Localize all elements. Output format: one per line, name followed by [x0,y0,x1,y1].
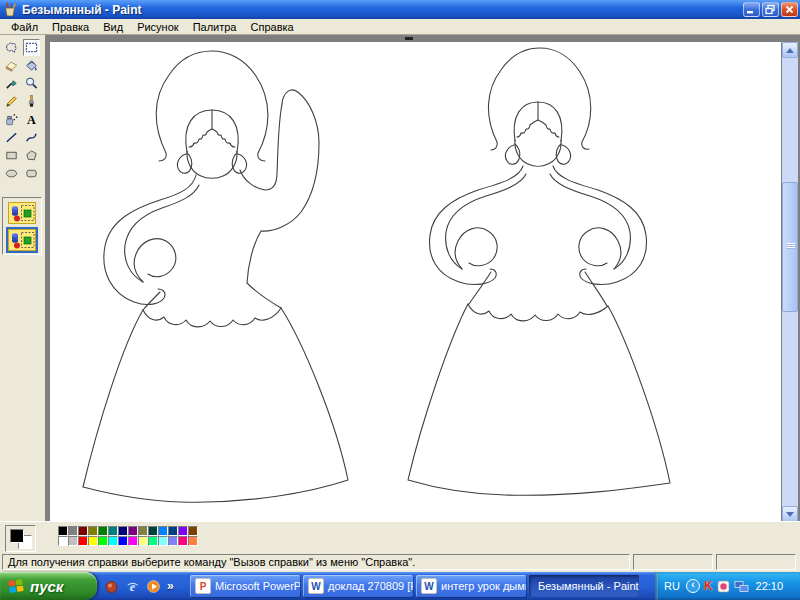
stray-pixel-mark [405,37,413,40]
fill-bucket-icon [24,58,39,73]
menu-view[interactable]: Вид [96,20,130,34]
clock[interactable]: 22:10 [756,580,784,592]
quick-launch-more-chevron[interactable]: » [167,579,174,593]
menu-file[interactable]: Файл [4,20,45,34]
color-swatch[interactable] [88,536,98,546]
color-swatch[interactable] [88,526,98,536]
media-player-icon[interactable] [146,579,161,594]
tool-airbrush[interactable] [3,111,20,128]
color-swatch[interactable] [168,526,178,536]
ellipse-icon [4,166,19,181]
internet-explorer-icon[interactable]: e [125,579,140,594]
scroll-up-button[interactable] [782,42,798,58]
tool-color-picker[interactable] [3,75,20,92]
transparent-selection-icon [8,229,36,251]
workspace: A [0,34,800,521]
color-swatch[interactable] [108,536,118,546]
color-swatch[interactable] [98,536,108,546]
tool-brush[interactable] [23,93,40,110]
tool-text[interactable]: A [23,111,40,128]
hide-icons-chevron[interactable]: ‹ [686,579,700,593]
scrollbar-thumb[interactable] [782,182,798,312]
taskbar-task-powerpoint[interactable]: P Microsoft PowerPoint ... [190,575,300,597]
tool-eraser[interactable] [3,57,20,74]
menu-edit[interactable]: Правка [45,20,96,34]
taskbar-task-paint-active[interactable]: Безымянный - Paint [529,575,639,597]
vertical-scrollbar[interactable] [782,42,798,522]
rounded-rectangle-icon [24,166,39,181]
svg-text:A: A [27,113,36,127]
color-swatch[interactable] [138,526,148,536]
language-indicator[interactable]: RU [664,580,680,592]
minimize-button[interactable] [743,2,760,17]
menu-image[interactable]: Рисунок [130,20,186,34]
tool-curve[interactable] [23,129,40,146]
color-swatch[interactable] [128,526,138,536]
color-swatch[interactable] [78,526,88,536]
color-swatch[interactable] [68,536,78,546]
color-swatch[interactable] [78,536,88,546]
color-swatch[interactable] [68,526,78,536]
foreground-color-swatch [10,529,24,543]
paint-app-icon [2,2,18,18]
color-swatch[interactable] [58,536,68,546]
tool-line[interactable] [3,129,20,146]
tool-rounded-rectangle[interactable] [23,165,40,182]
color-swatch[interactable] [168,536,178,546]
color-swatch[interactable] [108,526,118,536]
color-swatch[interactable] [188,536,198,546]
paint-canvas[interactable] [50,42,781,522]
screen: Безымянный - Paint Файл Правка Вид Рисун… [0,0,800,600]
tool-polygon[interactable] [23,147,40,164]
color-swatch[interactable] [98,526,108,536]
restore-icon [764,4,777,15]
close-button[interactable] [781,2,798,17]
color-swatch[interactable] [158,536,168,546]
color-swatch[interactable] [58,526,68,536]
thumb-grip [787,243,795,249]
rectangle-icon [4,148,19,163]
toolbox: A [0,35,45,522]
tool-ellipse[interactable] [3,165,20,182]
tool-magnifier[interactable] [23,75,40,92]
color-swatch[interactable] [118,536,128,546]
color-swatch[interactable] [178,536,188,546]
task-label: Microsoft PowerPoint ... [215,580,300,592]
status-coords-panel [633,554,713,570]
color-swatch[interactable] [148,536,158,546]
option-opaque-selection[interactable] [6,200,38,226]
status-message: Для получения справки выберите команду "… [2,554,630,570]
task-label: доклад 270809 [Реж... [328,580,413,592]
quick-launch-app-icon[interactable] [104,579,119,594]
kaspersky-icon[interactable]: K [704,579,713,593]
color-swatch[interactable] [188,526,198,536]
tool-pencil[interactable] [3,93,20,110]
color-swatch[interactable] [118,526,128,536]
color-swatch[interactable] [178,526,188,536]
restore-button[interactable] [762,2,779,17]
tray-app-icon[interactable] [717,580,730,593]
start-button[interactable]: пуск [0,572,97,600]
option-transparent-selection[interactable] [6,227,38,253]
palette-swatches [58,526,198,546]
tool-fill[interactable] [23,57,40,74]
select-icon [24,40,39,55]
word-icon: W [308,578,324,594]
powerpoint-icon: P [195,578,211,594]
menu-palette[interactable]: Палитра [186,20,244,34]
quick-launch-bar: e » [100,572,186,600]
network-icon[interactable] [734,580,749,593]
scroll-down-button[interactable] [782,506,798,522]
menu-help[interactable]: Справка [244,20,301,34]
color-swatch[interactable] [158,526,168,536]
taskbar-task-word-integr[interactable]: W интегр урок дымка ... [416,575,526,597]
eyedropper-icon [4,76,19,91]
color-swatch[interactable] [128,536,138,546]
color-swatch[interactable] [138,536,148,546]
taskbar-task-word-doklad[interactable]: W доклад 270809 [Реж... [303,575,413,597]
tool-free-form-select[interactable] [3,39,20,56]
tool-rectangle[interactable] [3,147,20,164]
color-swatch[interactable] [148,526,158,536]
pencil-icon [4,94,19,109]
tool-select[interactable] [23,39,40,56]
